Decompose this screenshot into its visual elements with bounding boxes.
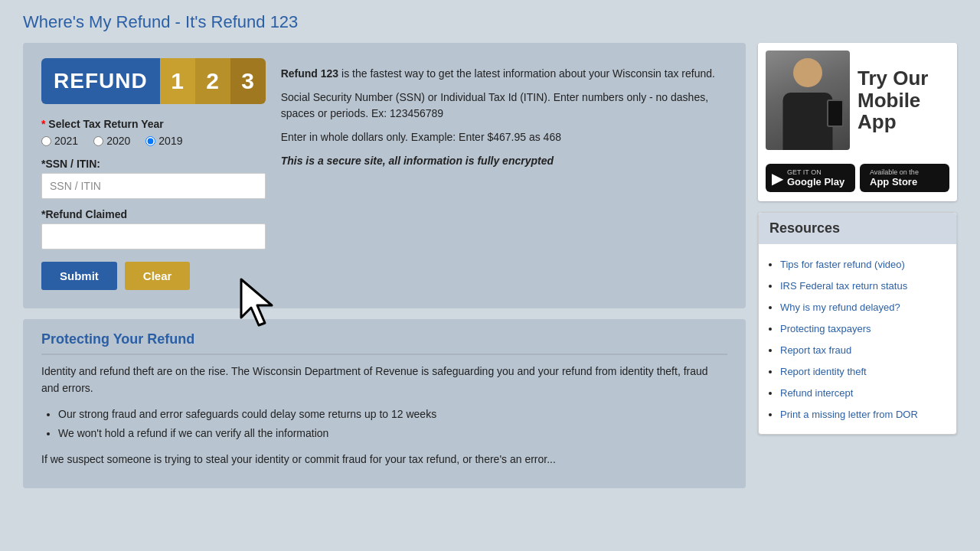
mobile-app-panel: Try Our Mobile App ▶ GET IT ON Google Pl… [758, 43, 957, 201]
clear-button[interactable]: Clear [125, 262, 191, 290]
ssn-label: *SSN / ITIN: [41, 158, 266, 170]
app-store-available-text: Available on the [870, 168, 919, 176]
google-play-icon: ▶ [772, 169, 783, 187]
google-play-text-wrap: GET IT ON Google Play [787, 168, 844, 187]
google-play-button[interactable]: ▶ GET IT ON Google Play [766, 164, 855, 192]
year-2021-option[interactable]: 2021 [41, 135, 78, 147]
logo-refund-text: REFUND [41, 58, 160, 104]
logo-digit-2: 2 [195, 58, 230, 104]
resource-identity-theft-link[interactable]: Report identity theft [780, 366, 867, 377]
year-2019-radio[interactable] [145, 136, 155, 146]
refund-claimed-label: *Refund Claimed [41, 208, 266, 220]
button-row: Submit Clear [41, 262, 266, 290]
protect-list: Our strong fraud and error safeguards co… [41, 405, 727, 443]
protect-title: Protecting Your Refund [41, 331, 727, 355]
resource-tips-video: Tips for faster refund (video) [780, 253, 946, 275]
protect-more-text: If we suspect someone is trying to steal… [41, 451, 727, 468]
resource-identity-theft: Report identity theft [780, 360, 946, 382]
resource-refund-intercept-link[interactable]: Refund intercept [780, 387, 853, 399]
resource-delayed-link[interactable]: Why is my refund delayed? [780, 302, 900, 313]
year-2019-label: 2019 [158, 135, 182, 147]
left-column: REFUND 1 2 3 * [23, 43, 746, 488]
logo-digit-3: 3 [230, 58, 266, 104]
year-options: 2021 2020 2019 [41, 135, 266, 147]
protect-text: Identity and refund theft are on the ris… [41, 363, 727, 397]
mobile-stores: ▶ GET IT ON Google Play Available on the… [758, 158, 957, 201]
resources-header: Resources [759, 213, 956, 244]
resource-report-fraud-link[interactable]: Report tax fraud [780, 344, 851, 356]
app-store-button[interactable]: Available on the App Store [860, 164, 949, 192]
year-2020-option[interactable]: 2020 [93, 135, 130, 147]
protect-panel: Protecting Your Refund Identity and refu… [23, 319, 746, 488]
refund-info-text: Enter in whole dollars only. Example: En… [281, 129, 727, 145]
resource-missing-letter-link[interactable]: Print a missing letter from DOR [780, 409, 918, 420]
right-column: Try Our Mobile App ▶ GET IT ON Google Pl… [758, 43, 957, 435]
protect-bullet-1: Our strong fraud and error safeguards co… [58, 405, 727, 424]
logo-area: REFUND 1 2 3 [41, 58, 266, 104]
resource-refund-intercept: Refund intercept [780, 382, 946, 403]
resources-panel: Resources Tips for faster refund (video)… [758, 212, 957, 435]
form-fields-wrapper: REFUND 1 2 3 * [41, 58, 266, 290]
resource-protecting: Protecting taxpayers [780, 318, 946, 339]
submit-button[interactable]: Submit [41, 262, 117, 290]
refund-brand-name: Refund 123 [281, 67, 338, 80]
form-info: Refund 123 is the fastest way to get the… [281, 58, 727, 290]
ssn-info-text: Social Security Number (SSN) or Individu… [281, 90, 727, 122]
app-store-text-wrap: Available on the App Store [870, 168, 919, 187]
refund-logo: REFUND 1 2 3 [41, 58, 266, 104]
resource-irs-status: IRS Federal tax return status [780, 275, 946, 296]
logo-digits: 1 2 3 [160, 58, 266, 104]
form-panel: REFUND 1 2 3 * [23, 43, 746, 308]
year-select-label: * Select Tax Return Year [41, 118, 266, 130]
secure-notice: This is a secure site, all information i… [281, 153, 727, 169]
resource-delayed: Why is my refund delayed? [780, 296, 946, 318]
year-select-group: * Select Tax Return Year 2021 [41, 118, 266, 147]
year-2019-option[interactable]: 2019 [145, 135, 182, 147]
resource-tips-video-link[interactable]: Tips for faster refund (video) [780, 259, 905, 270]
year-2021-radio[interactable] [41, 136, 51, 146]
ssn-group: *SSN / ITIN: [41, 158, 266, 199]
refund-claimed-group: *Refund Claimed [41, 208, 266, 249]
refund-description-text: is the fastest way to get the latest inf… [341, 67, 715, 80]
resource-protecting-link[interactable]: Protecting taxpayers [780, 323, 871, 334]
ssn-input[interactable] [41, 173, 266, 199]
refund-claimed-input[interactable] [41, 223, 266, 249]
protect-bullet-2: We won't hold a refund if we can verify … [58, 424, 727, 443]
logo-digit-1: 1 [160, 58, 195, 104]
mobile-app-top: Try Our Mobile App [758, 43, 957, 158]
resource-irs-status-link[interactable]: IRS Federal tax return status [780, 280, 907, 292]
page-title: Where's My Refund - It's Refund 123 [23, 12, 957, 32]
year-2021-label: 2021 [54, 135, 78, 147]
required-star: * [41, 118, 45, 130]
year-2020-radio[interactable] [93, 136, 103, 146]
mobile-app-headline: Try Our Mobile App [850, 67, 949, 133]
app-store-name: App Store [870, 176, 919, 187]
google-play-get-text: GET IT ON [787, 168, 844, 176]
year-2020-label: 2020 [106, 135, 130, 147]
resource-missing-letter: Print a missing letter from DOR [780, 403, 946, 425]
resources-list: Tips for faster refund (video) IRS Feder… [759, 244, 956, 434]
google-play-name: Google Play [787, 176, 844, 187]
refund-description: Refund 123 is the fastest way to get the… [281, 66, 727, 82]
resource-report-fraud: Report tax fraud [780, 339, 946, 360]
